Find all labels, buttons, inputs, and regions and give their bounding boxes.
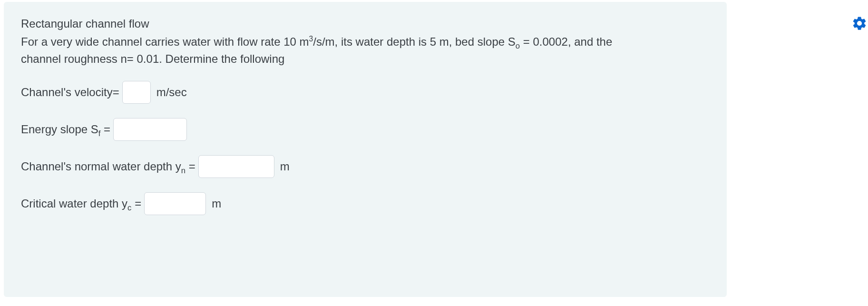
energy-slope-label: Energy slope Sf = <box>21 121 110 138</box>
critical-depth-row: Critical water depth yc = m <box>21 192 710 215</box>
critical-depth-label-before: Critical water depth y <box>21 197 127 210</box>
velocity-input[interactable] <box>122 81 151 104</box>
normal-depth-unit: m <box>280 158 290 175</box>
question-title: Rectangular channel flow <box>21 15 710 32</box>
normal-depth-sub: n <box>181 166 185 175</box>
question-text-part1: For a very wide channel carries water wi… <box>21 35 309 48</box>
normal-depth-row: Channel's normal water depth yn = m <box>21 155 710 178</box>
normal-depth-input[interactable] <box>198 155 274 178</box>
question-sup: 3 <box>309 35 313 43</box>
normal-depth-label-before: Channel's normal water depth y <box>21 160 181 173</box>
energy-slope-label-before: Energy slope S <box>21 123 98 136</box>
energy-slope-label-after: = <box>100 123 110 136</box>
velocity-unit: m/sec <box>156 84 187 101</box>
normal-depth-label-after: = <box>185 160 195 173</box>
critical-depth-unit: m <box>212 195 221 212</box>
velocity-label: Channel's velocity= <box>21 84 119 101</box>
question-text: For a very wide channel carries water wi… <box>21 33 615 68</box>
energy-slope-row: Energy slope Sf = <box>21 118 710 141</box>
question-so-sub: o <box>516 41 520 50</box>
settings-button[interactable] <box>851 15 868 32</box>
energy-slope-input[interactable] <box>113 118 187 141</box>
question-text-part2: /s/m, its water depth is 5 m, bed slope … <box>313 35 516 48</box>
normal-depth-label: Channel's normal water depth yn = <box>21 158 195 175</box>
question-panel: Rectangular channel flow For a very wide… <box>4 2 727 297</box>
critical-depth-label: Critical water depth yc = <box>21 195 141 212</box>
critical-depth-label-after: = <box>131 197 141 210</box>
gear-icon <box>851 15 868 33</box>
critical-depth-input[interactable] <box>144 192 206 215</box>
velocity-row: Channel's velocity= m/sec <box>21 81 710 104</box>
